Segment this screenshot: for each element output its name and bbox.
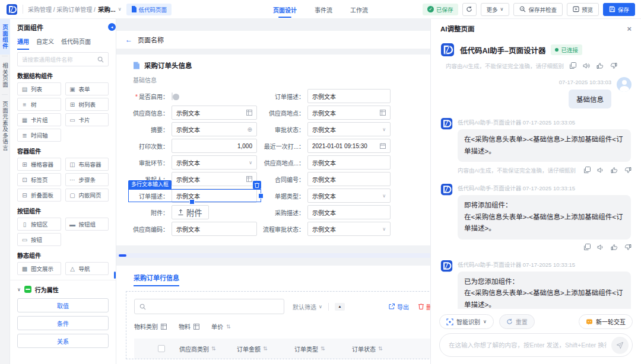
behavior-relation-button[interactable]: 关系: [17, 334, 109, 348]
sort-icon[interactable]: ⇅: [211, 346, 216, 352]
back-arrow-icon[interactable]: ←: [125, 36, 132, 44]
export-button[interactable]: 导出: [389, 302, 409, 311]
component-list[interactable]: ▤列表: [17, 82, 61, 95]
selected-component[interactable]: 订单描述： 示例文本 多行文本输入框: [133, 189, 257, 203]
resize-handle-bottom[interactable]: [190, 200, 194, 204]
behavior-value-button[interactable]: 取值: [17, 298, 109, 312]
default-filter-dropdown[interactable]: 默认筛选 ∨: [293, 302, 322, 311]
close-icon[interactable]: ×: [627, 24, 632, 33]
speaker-icon[interactable]: [597, 244, 604, 251]
breadcrumb[interactable]: 采购管理 / 采购订单管理 / 采购... ∨: [28, 5, 122, 14]
list-search[interactable]: [134, 299, 284, 314]
send-button[interactable]: [611, 337, 629, 354]
chevron-down-icon[interactable]: ∨: [382, 226, 386, 232]
approval-step-select[interactable]: 示例文本∨: [172, 155, 257, 170]
component-tree-list[interactable]: ⊞树列表: [65, 98, 109, 111]
chevron-down-icon[interactable]: ∨: [382, 193, 386, 199]
filter-material[interactable]: 物料: [179, 322, 199, 331]
component-collapse-panel[interactable]: ⊟折叠面板: [17, 189, 61, 202]
table-select-icon[interactable]: [246, 176, 252, 182]
component-tabs[interactable]: ⊡标签页: [17, 173, 61, 186]
globe-icon[interactable]: ⊕: [247, 126, 252, 133]
filter-unit-price[interactable]: 单价⇅: [211, 322, 231, 331]
purchase-desc-input[interactable]: 示例文本: [307, 205, 391, 219]
list-search-input[interactable]: [150, 302, 279, 311]
column-order-type[interactable]: 订单类型⇅: [294, 344, 352, 353]
tab-workflow[interactable]: 工作流: [349, 0, 369, 20]
component-navigation[interactable]: △导航: [65, 262, 109, 275]
panel-tab-custom[interactable]: 自定义: [36, 37, 54, 50]
print-count-input[interactable]: 1,000: [172, 139, 257, 153]
chevron-down-icon[interactable]: ∨: [382, 127, 386, 132]
copy-icon[interactable]: [569, 62, 576, 69]
sort-icon[interactable]: ⇅: [263, 346, 268, 352]
component-card[interactable]: ▭卡片: [65, 113, 109, 126]
thumbs-up-icon[interactable]: [596, 62, 604, 69]
tab-event-flow[interactable]: 事件流: [313, 0, 334, 20]
contract-no-input[interactable]: 示例文本: [307, 172, 391, 186]
collapse-filter-button[interactable]: ▲: [335, 303, 345, 311]
column-supplier-category[interactable]: 供应商类别⇅: [179, 344, 237, 353]
supplier-site-input[interactable]: 示例文本: [307, 106, 391, 120]
behavior-condition-button[interactable]: 条件: [17, 316, 109, 330]
order-desc-input[interactable]: 示例文本: [307, 89, 391, 103]
delete-component-button[interactable]: [253, 181, 261, 189]
flow-approval-status-select[interactable]: 示例文本∨: [307, 222, 391, 236]
thumbs-down-icon[interactable]: [624, 167, 632, 174]
panel-resize-handle[interactable]: [114, 272, 116, 279]
delete-button[interactable]: 删: [418, 302, 430, 311]
column-order-amount[interactable]: 订单金额⇅: [237, 344, 294, 353]
preview-button[interactable]: 预览: [567, 3, 599, 16]
resize-handle-right[interactable]: [259, 194, 263, 198]
component-tree[interactable]: ≡树: [17, 98, 61, 111]
rail-tab-page-elements-i18n[interactable]: 页面元素及多语言: [0, 96, 10, 157]
thumbs-up-icon[interactable]: [611, 244, 618, 251]
save-and-check-button[interactable]: 保存并检查: [513, 3, 563, 16]
ai-chat-input[interactable]: [449, 341, 607, 349]
chevron-down-icon[interactable]: ∨: [118, 7, 122, 12]
approval-status-select[interactable]: 示例文本∨: [307, 122, 391, 136]
panel-tab-common[interactable]: 通用: [17, 37, 29, 50]
doc-type-select[interactable]: 示例文本∨: [307, 189, 391, 203]
copy-icon[interactable]: [583, 244, 591, 251]
filter-material-category[interactable]: 物料类别: [134, 322, 167, 331]
horizontal-scrollbar[interactable]: [116, 253, 430, 258]
thumbs-down-icon[interactable]: [624, 244, 632, 251]
chevron-down-icon[interactable]: ∨: [249, 160, 252, 165]
initiator-input[interactable]: 示例文本: [172, 172, 257, 186]
order-desc-multiline-input[interactable]: 示例文本: [172, 189, 257, 203]
speaker-icon[interactable]: [583, 62, 590, 69]
panel-tab-lowcode-page[interactable]: 低代码页面: [61, 37, 91, 50]
component-search-input[interactable]: [22, 56, 94, 63]
order-lines-tab[interactable]: 采购订单行信息: [134, 273, 179, 286]
select-all-checkbox[interactable]: [158, 345, 165, 352]
component-button-area[interactable]: ▯按钮区: [17, 218, 61, 231]
thumbs-up-icon[interactable]: [611, 167, 618, 174]
component-button-group[interactable]: ▬按钮组: [65, 218, 109, 231]
rail-tab-related-pages[interactable]: 相关页面: [0, 58, 10, 93]
calendar-icon[interactable]: [380, 143, 386, 149]
refresh-button[interactable]: [462, 3, 477, 16]
rail-tab-page-components[interactable]: 页面组件: [0, 19, 10, 55]
reset-button[interactable]: 重置: [499, 314, 535, 329]
table-select-icon[interactable]: [246, 110, 252, 116]
speaker-icon[interactable]: [597, 167, 604, 174]
lowcode-page-tab[interactable]: 低代码页面: [126, 4, 172, 15]
toggle-switch[interactable]: [172, 92, 173, 100]
order-header-form-card[interactable]: 采购订单头信息 基础信息 *是否启用： 订单描述： 示例文本 采购订单编号 供应…: [116, 55, 430, 245]
component-steps[interactable]: ⋯步骤条: [65, 173, 109, 186]
sort-icon[interactable]: ⇅: [320, 346, 325, 352]
upload-attachment-button[interactable]: 附件: [172, 205, 209, 219]
component-image-text[interactable]: ▩图文展示: [17, 262, 61, 275]
component-grid-container[interactable]: ⊞栅格容器: [17, 158, 61, 171]
component-timeline[interactable]: ≣时间轴: [17, 129, 61, 142]
component-form[interactable]: ▣表单: [65, 82, 109, 95]
last-print-date-picker[interactable]: 2021-01-01 09:15:30: [307, 139, 391, 153]
order-lines-card[interactable]: 采购订单行信息 默认筛选 ∨ ▲: [116, 266, 430, 364]
column-order-status[interactable]: 订单状态⇅: [352, 344, 410, 353]
component-card-group[interactable]: ▦卡片组: [17, 113, 61, 126]
sort-icon[interactable]: ⇅: [378, 346, 383, 352]
smart-recognition-button[interactable]: 智能识别 ∨: [439, 314, 494, 329]
component-search[interactable]: [17, 52, 109, 66]
component-iframe[interactable]: ▢内嵌网页: [65, 189, 109, 202]
